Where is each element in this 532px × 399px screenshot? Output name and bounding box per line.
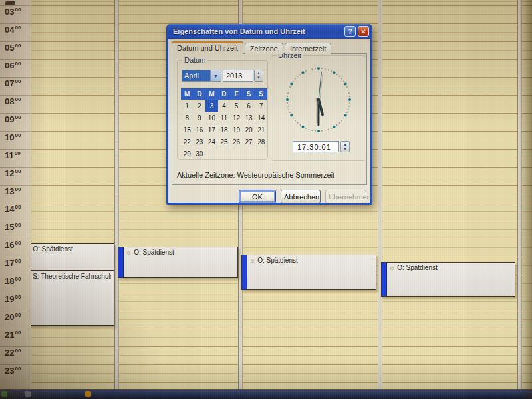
minute-suffix: 00	[15, 7, 21, 13]
calendar-day-cell[interactable]: 27	[243, 136, 255, 148]
hour-text: 22	[5, 348, 14, 358]
time-slot-label: 1000	[0, 131, 31, 149]
minute-suffix: 00	[15, 348, 21, 354]
dialog-title: Eigenschaften von Datum und Uhrzeit	[173, 27, 342, 35]
appointment[interactable]: ☼O: Spätdienst	[381, 262, 515, 297]
appointment[interactable]: ☼O: Spätdienst	[118, 247, 238, 278]
clock-minute-dot	[325, 130, 326, 131]
hour-text: 05	[5, 43, 14, 53]
taskbar[interactable]	[0, 389, 532, 399]
spin-down-icon[interactable]: ▼	[343, 147, 347, 152]
calendar-day-cell[interactable]: 18	[218, 124, 231, 136]
calendar-day-cell[interactable]: 8	[181, 112, 194, 124]
calendar-day-cell[interactable]: 13	[243, 112, 255, 124]
hour-text: 20	[5, 312, 14, 322]
year-spinner[interactable]: ▲▼	[254, 70, 263, 82]
tab-page: Datum April ▼ 2013 ▲▼ MDMDFSS12345678910…	[172, 53, 367, 185]
calendar-day-cell[interactable]: 15	[181, 124, 194, 136]
clock-hour-dot	[344, 83, 347, 86]
weekday-header: S	[243, 88, 255, 100]
calendar-day-cell[interactable]: 14	[255, 112, 267, 124]
time-slot-label: 0800	[0, 95, 31, 113]
clock-minute-dot	[315, 68, 316, 69]
calendar-day-cell[interactable]: 28	[255, 136, 267, 148]
clock-minute-dot	[325, 68, 326, 70]
cancel-button[interactable]: Abbrechen	[281, 190, 321, 203]
calendar-day-cell[interactable]: 9	[194, 112, 206, 124]
calendar-day-cell[interactable]: 17	[205, 124, 218, 136]
calendar-day-cell[interactable]: 1	[181, 100, 194, 112]
hour-text: 11	[5, 150, 14, 160]
time-slot-label: 0900	[0, 113, 31, 131]
appointment-label: O: Spätdienst	[33, 245, 73, 253]
timezone-note: Aktuelle Zeitzone: Westeuropäische Somme…	[177, 171, 334, 179]
hour-text: 08	[5, 96, 14, 106]
clock-minute-dot	[349, 96, 350, 97]
calendar-day-cell[interactable]: 16	[194, 124, 206, 136]
calendar-day-cell[interactable]: 26	[230, 136, 243, 148]
calendar-day-cell[interactable]: 11	[218, 112, 231, 124]
year-input[interactable]: 2013	[223, 70, 253, 82]
taskbar-icon[interactable]	[1, 391, 7, 397]
appointment[interactable]: ☼O: Spätdienst	[17, 243, 114, 271]
calendar-day-cell[interactable]: 7	[255, 100, 267, 112]
month-dropdown[interactable]: April ▼	[182, 70, 221, 82]
appointment-header: ☼O: Spätdienst	[382, 263, 515, 271]
calendar-day-cell[interactable]: 6	[243, 100, 255, 112]
calendar-day-cell[interactable]: 12	[230, 112, 243, 124]
calendar-day-cell[interactable]: 25	[218, 136, 231, 148]
weekday-header: D	[194, 88, 206, 100]
tab-internetzeit[interactable]: Internetzeit	[285, 43, 331, 54]
hour-text: 14	[5, 204, 14, 214]
minute-suffix: 00	[15, 366, 21, 372]
taskbar-icon[interactable]	[25, 391, 31, 397]
time-slot-label: 1600	[0, 239, 31, 257]
apply-button[interactable]: Übernehmen	[325, 190, 366, 203]
ok-button[interactable]: OK	[239, 190, 276, 203]
close-icon[interactable]: ✕	[358, 26, 369, 37]
datetime-properties-dialog: Eigenschaften von Datum und Uhrzeit ? ✕ …	[166, 24, 372, 205]
calendar-day-cell[interactable]: 21	[255, 124, 267, 136]
appointment[interactable]: ☼S: Theoretische Fahrschulstunde	[17, 271, 114, 326]
appointment[interactable]: ☼O: Spätdienst	[241, 255, 376, 290]
taskbar-icon[interactable]	[85, 391, 91, 397]
calendar-day-cell[interactable]: 30	[194, 148, 206, 160]
time-input[interactable]: 17:30:01	[293, 141, 339, 152]
clock-minute-dot	[348, 109, 349, 110]
spin-up-icon[interactable]: ▲	[343, 142, 347, 147]
dialog-titlebar[interactable]: Eigenschaften von Datum und Uhrzeit ? ✕	[168, 24, 370, 39]
clock-minute-dot	[321, 68, 323, 69]
gutter-header-mark	[5, 1, 15, 5]
clock-hour-dot	[302, 126, 305, 128]
calendar-day-cell[interactable]: 10	[205, 112, 218, 124]
appointment-label: O: Spätdienst	[397, 264, 438, 271]
clock-minute-dot	[349, 102, 350, 104]
calendar-day-cell[interactable]: 29	[181, 148, 194, 160]
minute-suffix: 00	[15, 150, 21, 156]
calendar-day-cell[interactable]: 24	[205, 136, 218, 148]
calendar-day-cell[interactable]: 5	[230, 100, 243, 112]
time-slot-label: 0700	[0, 77, 31, 95]
help-icon[interactable]: ?	[344, 26, 356, 37]
clock-minute-dot	[343, 80, 344, 82]
calendar-day-cell[interactable]: 4	[218, 100, 231, 112]
chevron-down-icon[interactable]: ▼	[210, 70, 221, 81]
clock-minute-dot	[305, 70, 307, 72]
calendar-day-cell[interactable]: 22	[181, 136, 194, 148]
tab-datum-und-uhrzeit[interactable]: Datum und Uhrzeit	[172, 41, 243, 54]
time-spinner[interactable]: ▲▼	[340, 141, 350, 152]
calendar-day-cell[interactable]: 23	[194, 136, 206, 148]
clock-minute-dot	[309, 129, 310, 130]
spin-down-icon[interactable]: ▼	[257, 76, 261, 80]
time-slot-label: 1200	[0, 167, 31, 185]
calendar-day-cell[interactable]: 2	[194, 100, 206, 112]
spin-up-icon[interactable]: ▲	[257, 71, 261, 76]
appointment-label: S: Theoretische Fahrschulstunde	[33, 273, 111, 280]
calendar-day-cell[interactable]: 20	[243, 124, 255, 136]
clock-minute-dot	[287, 96, 288, 97]
tab-zeitzone[interactable]: Zeitzone	[245, 43, 283, 54]
minute-suffix: 00	[15, 96, 21, 102]
clock-minute-dot	[311, 130, 313, 131]
calendar-day-cell[interactable]: 3	[205, 100, 218, 112]
calendar-day-cell[interactable]: 19	[230, 124, 243, 136]
